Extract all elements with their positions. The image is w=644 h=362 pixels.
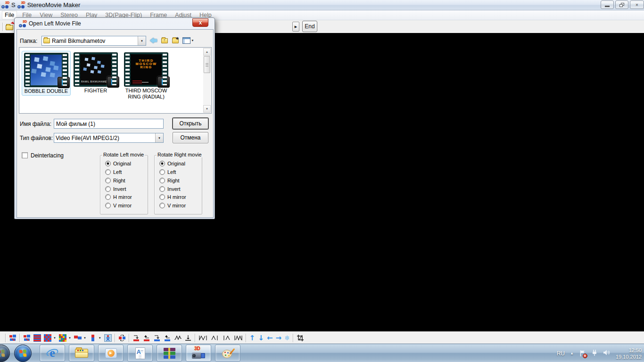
filetype-combobox[interactable]: Video File(AVI MPEG1/2) ▼ bbox=[54, 133, 164, 143]
filetype-dropdown[interactable]: ▼ bbox=[155, 133, 163, 142]
list-scrollbar[interactable]: ▲ ▼ bbox=[203, 48, 211, 113]
shift-left-down-button[interactable] bbox=[131, 333, 141, 343]
frame-first-button[interactable] bbox=[197, 333, 209, 343]
shift-right-up-button[interactable] bbox=[162, 333, 173, 343]
power-icon[interactable] bbox=[591, 349, 598, 358]
start-button[interactable] bbox=[14, 345, 32, 362]
frame-last-icon bbox=[234, 335, 243, 341]
radio-right-vmirror[interactable] bbox=[159, 203, 165, 208]
dialog-close-button[interactable]: x bbox=[192, 18, 208, 27]
titlebar: 3D S 3D StereoMovie Maker × bbox=[0, 0, 644, 10]
open-button[interactable]: Открыть bbox=[173, 118, 208, 129]
folder-combobox[interactable]: Ramil Bikmuhametov ▼ bbox=[41, 36, 146, 46]
action-center-icon[interactable]: x bbox=[579, 350, 586, 357]
toolbar-separator bbox=[19, 334, 20, 342]
top-bottom-icon bbox=[89, 334, 97, 342]
waveform-button[interactable] bbox=[173, 333, 183, 343]
dialog-titlebar[interactable]: 3D Open Left Movie File bbox=[15, 18, 215, 29]
crop-button[interactable] bbox=[295, 333, 305, 343]
play-overlay-icon[interactable] bbox=[107, 76, 119, 88]
close-button[interactable]: × bbox=[630, 0, 644, 9]
scroll-thumb[interactable] bbox=[204, 56, 210, 73]
radio-right-hmirror[interactable] bbox=[159, 194, 165, 200]
new-folder-button[interactable]: ✱ bbox=[171, 37, 180, 44]
radio-right-right[interactable] bbox=[159, 178, 165, 183]
radio-left-right[interactable] bbox=[105, 178, 111, 183]
dropdown-caret[interactable]: ▼ bbox=[99, 337, 101, 339]
start-orb-partial[interactable] bbox=[0, 345, 10, 362]
side-by-side-button[interactable]: ▼ bbox=[73, 333, 88, 343]
snowflake-button[interactable]: ❄ bbox=[283, 333, 291, 343]
minimize-button[interactable] bbox=[601, 0, 614, 9]
taskbar-paint[interactable] bbox=[215, 345, 240, 362]
frame-prev-button[interactable] bbox=[209, 333, 221, 343]
frame-last-button[interactable] bbox=[232, 333, 244, 343]
show-hidden-icons[interactable]: ▲ bbox=[570, 351, 574, 355]
play-overlay-icon[interactable] bbox=[58, 77, 70, 88]
swap-left-right-button[interactable] bbox=[117, 333, 127, 343]
stereo-view-button-1[interactable] bbox=[8, 333, 18, 343]
file-item-third-moscow-ring[interactable]: THIRD MOSCOW RING THIRD MOSCOW RING (RAD… bbox=[121, 51, 171, 101]
shift-left-up-button[interactable] bbox=[141, 333, 152, 343]
file-name: THIRD MOSCOW RING (RADIAL) bbox=[121, 88, 171, 101]
folder-label: Папка: bbox=[20, 38, 37, 44]
filename-input[interactable]: Мой фильм (1) bbox=[54, 119, 164, 129]
filetype-label: Тип файлов: bbox=[20, 135, 53, 141]
view-menu-button[interactable]: ▼ bbox=[182, 37, 194, 44]
radio-left-hmirror[interactable] bbox=[105, 194, 111, 200]
move-left-button[interactable]: ← bbox=[265, 333, 274, 343]
dropdown-caret[interactable]: ▼ bbox=[83, 337, 86, 339]
shift-right-down-button[interactable] bbox=[152, 333, 162, 343]
interlaced-view-button[interactable] bbox=[32, 333, 42, 343]
taskbar-wordpad[interactable]: A bbox=[127, 345, 153, 362]
toolbar-more-button[interactable]: ▶ bbox=[292, 22, 299, 32]
scroll-up-button[interactable]: ▲ bbox=[203, 48, 211, 56]
taskbar-internet-explorer[interactable]: e bbox=[40, 345, 65, 362]
scroll-down-button[interactable]: ▼ bbox=[203, 105, 211, 113]
file-item-bobble-double[interactable]: BOBBLE DOUBLE bbox=[22, 51, 71, 96]
cancel-button[interactable]: Отмена bbox=[173, 132, 208, 143]
taskbar-stereomovie-maker[interactable]: 3D bbox=[186, 345, 211, 362]
deinterlacing-checkbox[interactable] bbox=[22, 152, 28, 158]
end-button[interactable]: End bbox=[302, 21, 317, 32]
radio-left-left[interactable] bbox=[105, 169, 111, 175]
radio-left-vmirror[interactable] bbox=[105, 203, 111, 208]
open-file-icon[interactable] bbox=[5, 22, 14, 30]
taskbar-explorer[interactable] bbox=[69, 345, 94, 362]
folder-combobox-dropdown[interactable]: ▼ bbox=[138, 36, 146, 45]
radio-left-original[interactable] bbox=[105, 161, 111, 166]
dropdown-caret[interactable]: ▼ bbox=[53, 337, 56, 339]
volume-icon[interactable] bbox=[603, 349, 611, 357]
file-list: BOBBLE DOUBLE RAMIL BIKMUHAMETOV FIGHTER… bbox=[19, 47, 212, 114]
stereo-pair-icon bbox=[23, 334, 31, 342]
back-button[interactable] bbox=[149, 37, 158, 44]
dropdown-caret[interactable]: ▼ bbox=[68, 337, 71, 339]
color-checkerboard-button[interactable]: ▼ bbox=[58, 333, 73, 343]
down-arrow-icon: ↓ bbox=[258, 334, 264, 342]
right-arrow-icon: → bbox=[276, 334, 282, 342]
radio-right-invert[interactable] bbox=[159, 186, 165, 192]
radio-right-left[interactable] bbox=[159, 169, 165, 175]
top-bottom-button[interactable]: ▼ bbox=[88, 333, 103, 343]
drop-to-bar-button[interactable] bbox=[183, 333, 193, 343]
radio-right-original[interactable] bbox=[159, 161, 165, 166]
checkerboard-view-button[interactable]: ▼ bbox=[42, 333, 58, 343]
frame-next-button[interactable] bbox=[221, 333, 232, 343]
language-indicator[interactable]: RU bbox=[557, 350, 565, 357]
clock[interactable]: 12:50 19.10.2012 bbox=[616, 347, 642, 360]
filetype-value: Video File(AVI MPEG1/2) bbox=[56, 135, 119, 141]
move-up-button[interactable]: ↑ bbox=[248, 333, 257, 343]
file-item-fighter[interactable]: RAMIL BIKMUHAMETOV FIGHTER bbox=[72, 51, 119, 95]
windows-logo-icon bbox=[19, 350, 27, 358]
play-overlay-icon[interactable] bbox=[157, 76, 170, 88]
anaglyph-person-button[interactable] bbox=[103, 333, 113, 343]
taskbar-media-player[interactable]: ▶ bbox=[98, 345, 124, 362]
deinterlacing-label: Deinterlacing bbox=[31, 152, 64, 159]
taskbar-winrar[interactable] bbox=[157, 345, 182, 362]
up-one-level-button[interactable]: ↑ bbox=[160, 37, 169, 44]
move-down-button[interactable]: ↓ bbox=[256, 333, 265, 343]
restore-button[interactable] bbox=[615, 0, 628, 9]
radio-left-invert[interactable] bbox=[105, 186, 111, 192]
move-right-button[interactable]: → bbox=[274, 333, 283, 343]
stereo-view-button-2[interactable] bbox=[22, 333, 32, 343]
